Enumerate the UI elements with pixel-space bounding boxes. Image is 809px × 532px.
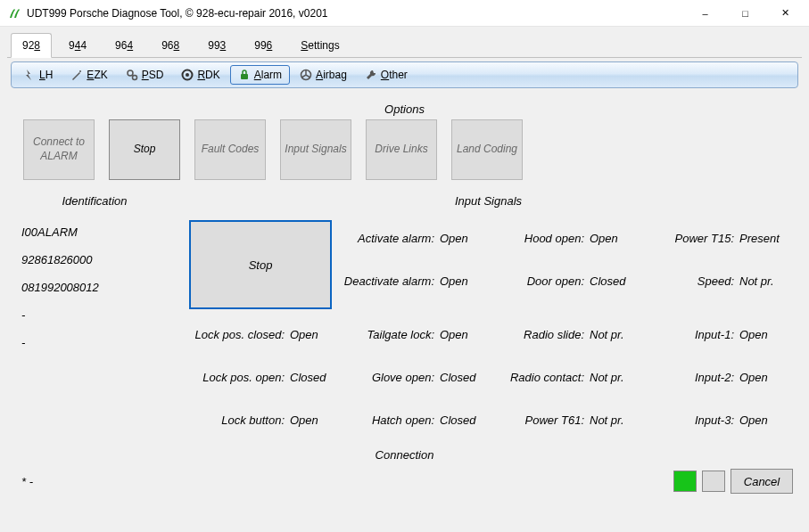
connection-led-gray	[702, 471, 725, 492]
options-title: Options	[23, 102, 786, 116]
signal-cell: Door open:Closed	[491, 259, 641, 302]
signal-value: Not pr.	[739, 274, 791, 288]
option-land-coding: Land Coding	[451, 119, 523, 180]
signal-cell: Radio contact:Not pr.	[491, 356, 641, 398]
signal-value: Closed	[440, 371, 491, 384]
tool-other[interactable]: Other	[357, 65, 416, 85]
signal-label: Glove open:	[342, 371, 440, 384]
window-buttons: – □ ✕	[685, 1, 805, 26]
signal-label: Tailgate lock:	[342, 328, 440, 341]
wrench-icon	[365, 69, 377, 81]
input-signals-panel: Input Signals Stop Activate alarm:OpenHo…	[182, 194, 795, 445]
titlebar: UDT999 Porsche Diagnose Tool, © 928-ecu-…	[0, 0, 809, 27]
option-input-signals: Input Signals	[280, 119, 351, 180]
signal-value: Present	[739, 232, 791, 245]
connection-row: * - Cancel	[14, 465, 795, 497]
ecu-toolbar: LHEZKPSDRDKAlarmAirbagOther	[11, 61, 798, 88]
model-tab-928[interactable]: 928	[11, 33, 52, 58]
model-tab-944[interactable]: 944	[57, 33, 98, 58]
lower-area: Identification I00ALARM92861826000081992…	[14, 194, 795, 445]
signal-label: Radio contact:	[491, 371, 590, 384]
signal-label: Input-2:	[641, 371, 739, 384]
cancel-button[interactable]: Cancel	[731, 469, 793, 494]
close-button[interactable]: ✕	[765, 1, 805, 26]
signal-value: Open	[590, 232, 641, 245]
minimize-button[interactable]: –	[685, 1, 725, 26]
option-stop[interactable]: Stop	[109, 119, 180, 180]
signal-cell: Deactivate alarm:Open	[342, 259, 491, 302]
maximize-button[interactable]: □	[725, 1, 765, 26]
signal-value: Open	[440, 232, 491, 245]
spark-icon	[23, 69, 36, 81]
options-row: Connect to ALARMStopFault CodesInput Sig…	[23, 119, 786, 180]
options-panel: Options Connect to ALARMStopFault CodesI…	[14, 94, 795, 189]
tool-rdk[interactable]: RDK	[173, 65, 227, 85]
signal-cell: Lock pos. closed:Open	[186, 313, 342, 356]
stop-signals-button[interactable]: Stop	[189, 220, 332, 309]
wheel-icon	[300, 69, 312, 81]
signal-label: Deactivate alarm:	[342, 274, 440, 288]
signal-cell: Activate alarm:Open	[342, 217, 491, 259]
signal-value: Closed	[290, 371, 342, 384]
option-fault-codes: Fault Codes	[194, 119, 266, 180]
signal-value: Open	[290, 413, 342, 427]
lock-icon	[238, 69, 251, 81]
model-tab-settings[interactable]: Settings	[289, 33, 351, 58]
model-tab-996[interactable]: 996	[243, 33, 284, 58]
signal-value: Open	[739, 371, 791, 384]
signal-cell: Lock button:Open	[186, 398, 342, 441]
signal-value: Not pr.	[590, 328, 641, 341]
identification-line: I00ALARM	[20, 218, 169, 246]
signal-cell: Input-3:Open	[641, 398, 791, 441]
model-tab-993[interactable]: 993	[196, 33, 237, 58]
signal-value: Not pr.	[590, 413, 641, 427]
identification-title: Identification	[14, 194, 175, 208]
stop-cell: Stop	[186, 217, 342, 313]
signal-cell: Hatch open:Closed	[342, 398, 491, 441]
tool-airbag[interactable]: Airbag	[292, 65, 355, 85]
signal-label: Radio slide:	[491, 328, 590, 341]
input-signals-grid: Stop Activate alarm:OpenHood open:OpenPo…	[182, 213, 795, 445]
signal-cell: Speed:Not pr.	[641, 259, 791, 302]
tool-psd[interactable]: PSD	[118, 65, 172, 85]
signal-value: Closed	[440, 413, 491, 427]
tire-icon	[181, 69, 194, 81]
identification-line: -	[20, 301, 169, 329]
signal-cell: Lock pos. open:Closed	[186, 356, 342, 398]
gears-icon	[126, 69, 138, 81]
tool-ezk[interactable]: EZK	[62, 65, 115, 85]
svg-rect-5	[241, 74, 248, 79]
connection-panel: Connection * - Cancel	[14, 448, 795, 497]
wand-icon	[70, 69, 83, 81]
signal-label: Input-3:	[641, 413, 739, 427]
svg-point-0	[79, 70, 81, 72]
signal-cell: Input-2:Open	[641, 356, 791, 398]
signal-cell: Hood open:Open	[491, 217, 641, 259]
identification-line: -	[20, 329, 169, 356]
model-tab-968[interactable]: 968	[150, 33, 191, 58]
signal-value: Open	[290, 328, 342, 341]
connection-led-green	[673, 471, 697, 492]
signal-value: Open	[739, 413, 791, 427]
identification-body: I00ALARM92861826000081992008012--	[14, 213, 175, 427]
signal-cell: Power T15:Present	[641, 217, 791, 259]
model-tab-964[interactable]: 964	[103, 33, 144, 58]
svg-point-1	[128, 70, 133, 76]
identification-line: 081992008012	[20, 274, 169, 301]
model-tab-content: LHEZKPSDRDKAlarmAirbagOther Options Conn…	[7, 57, 802, 497]
signal-label: Hood open:	[491, 232, 590, 245]
input-signals-title: Input Signals	[182, 194, 795, 208]
signal-value: Not pr.	[590, 371, 641, 384]
model-tabs: 928944964968993996Settings	[0, 27, 809, 57]
tool-alarm[interactable]: Alarm	[230, 65, 290, 85]
identification-panel: Identification I00ALARM92861826000081992…	[14, 194, 175, 445]
svg-point-4	[186, 73, 189, 77]
tool-lh[interactable]: LH	[15, 65, 61, 85]
signal-cell: Glove open:Closed	[342, 356, 491, 398]
signal-label: Activate alarm:	[342, 232, 440, 245]
signal-label: Hatch open:	[342, 413, 440, 427]
signal-cell: Radio slide:Not pr.	[491, 313, 641, 356]
signal-label: Power T15:	[641, 232, 739, 245]
svg-point-2	[132, 76, 136, 80]
signal-value: Open	[440, 328, 491, 341]
